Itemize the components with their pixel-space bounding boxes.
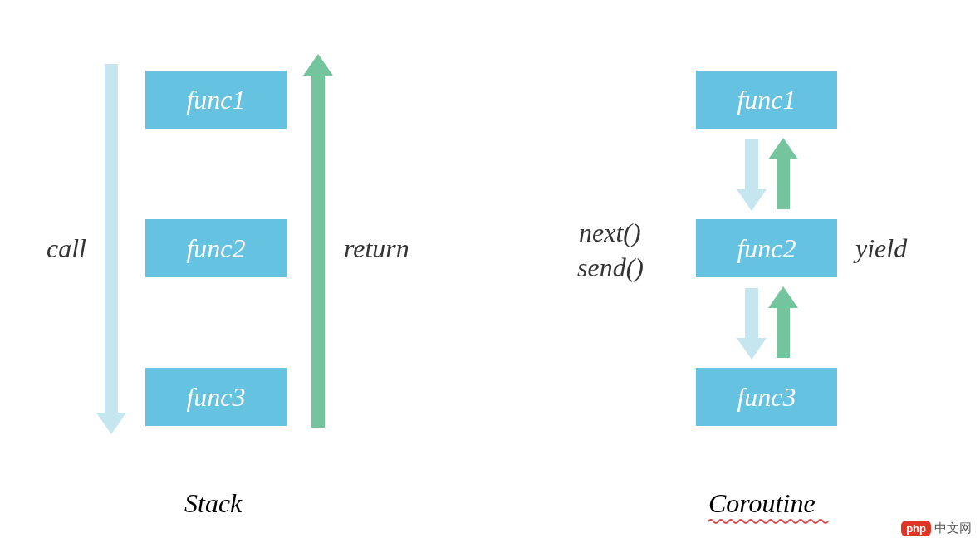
squiggle-underline — [708, 518, 829, 525]
coro-arrow-down-2-head — [737, 338, 767, 360]
stack-box-3: func3 — [145, 368, 287, 426]
coroutine-title: Coroutine — [708, 488, 816, 519]
diagram-root: func1 func2 func3 call return Stack func… — [0, 0, 980, 543]
return-label: return — [344, 233, 409, 264]
stack-box-2-label: func2 — [186, 233, 245, 264]
watermark: php 中文网 — [901, 521, 972, 536]
stack-box-3-label: func3 — [186, 382, 245, 413]
next-label: next() — [579, 218, 641, 248]
coro-arrow-up-2-shaft — [777, 308, 790, 358]
coro-arrow-down-1-shaft — [745, 139, 758, 189]
call-arrow-head — [96, 413, 126, 434]
stack-box-1: func1 — [145, 71, 287, 129]
coroutine-box-3: func3 — [696, 368, 837, 426]
coroutine-box-1: func1 — [696, 71, 837, 129]
return-arrow-shaft — [311, 76, 325, 428]
coro-arrow-down-2-shaft — [745, 288, 758, 338]
stack-box-1-label: func1 — [186, 85, 245, 115]
coroutine-box-2: func2 — [696, 219, 837, 277]
call-label: call — [47, 233, 86, 264]
coro-arrow-up-1-head — [768, 138, 798, 159]
watermark-text: 中文网 — [934, 521, 972, 536]
coroutine-box-2-label: func2 — [737, 233, 796, 264]
watermark-badge: php — [901, 521, 931, 536]
yield-label: yield — [855, 233, 907, 264]
coroutine-box-3-label: func3 — [737, 382, 796, 413]
call-arrow-shaft — [105, 64, 118, 413]
coro-arrow-down-1-head — [737, 189, 767, 211]
coroutine-box-1-label: func1 — [737, 85, 796, 115]
stack-title: Stack — [184, 488, 242, 519]
coro-arrow-up-1-shaft — [777, 159, 790, 209]
stack-box-2: func2 — [145, 219, 287, 277]
return-arrow-head — [303, 54, 333, 76]
send-label: send() — [577, 252, 644, 283]
coro-arrow-up-2-head — [768, 286, 798, 308]
